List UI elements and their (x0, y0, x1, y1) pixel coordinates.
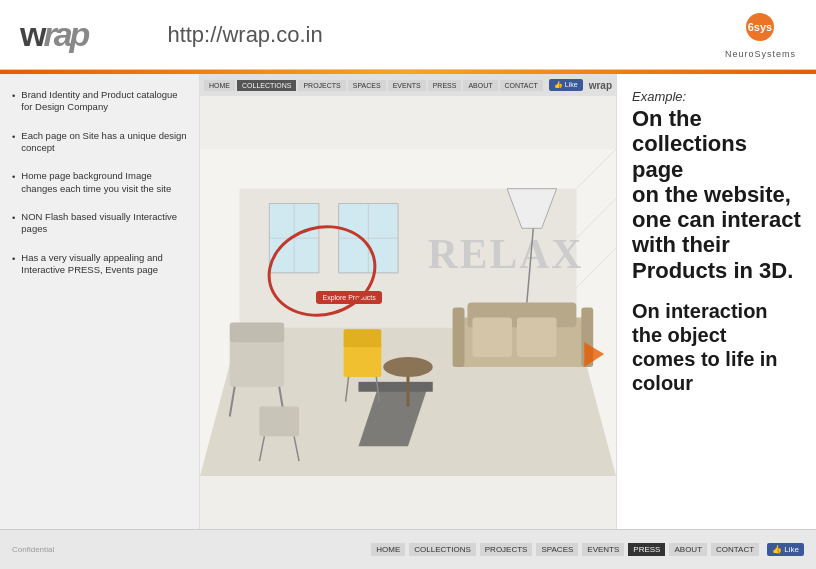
nav-press: PRESS (428, 80, 462, 91)
footer-nav-press: PRESS (628, 543, 665, 556)
footer-confidential: Confidential (12, 545, 371, 554)
nav-about: ABOUT (463, 80, 497, 91)
logo-letter-a: a (54, 15, 70, 53)
footer-like-button: 👍 Like (767, 543, 804, 556)
heading-line5: with their (632, 232, 730, 257)
sidebar: • Brand Identity and Product catalogue f… (0, 74, 200, 529)
neurosystems-icon: 6sys (735, 11, 785, 49)
nav-home: HOME (204, 80, 235, 91)
footer-nav-contact: CONTACT (711, 543, 759, 556)
bullet-3: • (12, 171, 15, 183)
footer-nav-about: ABOUT (669, 543, 707, 556)
heading-line4: one can interact (632, 207, 801, 232)
sub-heading-line2: the object (632, 324, 726, 346)
footer-nav-collections: COLLECTIONS (409, 543, 475, 556)
header: wrap http://wrap.co.in 6sys NeuroSystems (0, 0, 816, 70)
nav-like-button: 👍 Like (549, 79, 583, 91)
sidebar-text-1: Brand Identity and Product catalogue for… (21, 89, 187, 114)
svg-rect-24 (230, 322, 284, 342)
heading-line6: Products in 3D. (632, 258, 793, 283)
bullet-2: • (12, 131, 15, 143)
sidebar-text-2: Each page on Site has a unique design co… (21, 130, 187, 155)
website-mockup: HOME COLLECTIONS PROJECTS SPACES EVENTS … (200, 74, 616, 529)
footer-nav: HOME COLLECTIONS PROJECTS SPACES EVENTS … (371, 543, 804, 556)
svg-text:6sys: 6sys (748, 21, 772, 33)
main-content: • Brand Identity and Product catalogue f… (0, 74, 816, 529)
nav-spaces: SPACES (348, 80, 386, 91)
nav-contact: CONTACT (500, 80, 543, 91)
room-svg: RELAX (200, 96, 616, 529)
footer-nav-events: EVENTS (582, 543, 624, 556)
bullet-1: • (12, 90, 15, 102)
sidebar-text-5: Has a very visually appealing and Intera… (21, 252, 187, 277)
sidebar-item-5: • Has a very visually appealing and Inte… (12, 252, 187, 277)
logo-letter-r: r (43, 15, 53, 53)
sub-heading: On interaction the object comes to life … (632, 299, 801, 395)
sidebar-text-4: NON Flash based visually Interactive pag… (21, 211, 187, 236)
heading-line1: On the (632, 106, 702, 131)
svg-rect-22 (358, 382, 432, 392)
main-heading: On the collections page on the website, … (632, 106, 801, 283)
sidebar-item-3: • Home page background Image changes eac… (12, 170, 187, 195)
neurosystems-logo: 6sys NeuroSystems (725, 11, 796, 59)
room-sketch: RELAX (200, 96, 616, 529)
example-label: Example: (632, 89, 801, 104)
nav-events: EVENTS (388, 80, 426, 91)
wrap-logo: wrap (20, 15, 87, 54)
svg-rect-19 (453, 308, 465, 367)
right-panel: Example: On the collections page on the … (616, 74, 816, 529)
footer-nav-projects: PROJECTS (480, 543, 533, 556)
svg-rect-18 (517, 317, 557, 357)
footer: Confidential HOME COLLECTIONS PROJECTS S… (0, 529, 816, 569)
sidebar-text-3: Home page background Image changes each … (21, 170, 187, 195)
heading-line3: on the website, (632, 182, 791, 207)
sidebar-item-2: • Each page on Site has a unique design … (12, 130, 187, 155)
neurosystems-text: NeuroSystems (725, 49, 796, 59)
sub-heading-line4: colour (632, 372, 693, 394)
center-area: HOME COLLECTIONS PROJECTS SPACES EVENTS … (200, 74, 616, 529)
logo-letter-p: p (70, 15, 88, 53)
svg-rect-23 (230, 337, 284, 387)
sub-heading-line1: On interaction (632, 300, 768, 322)
nav-collections: COLLECTIONS (237, 80, 296, 91)
svg-rect-27 (259, 407, 299, 437)
nav-projects: PROJECTS (298, 80, 345, 91)
heading-line2: collections page (632, 131, 747, 181)
bullet-4: • (12, 212, 15, 224)
bullet-5: • (12, 253, 15, 265)
footer-nav-home: HOME (371, 543, 405, 556)
sidebar-item-4: • NON Flash based visually Interactive p… (12, 211, 187, 236)
svg-rect-30 (344, 342, 382, 377)
svg-text:RELAX: RELAX (428, 231, 584, 277)
wrap-logo-container: wrap (20, 15, 87, 54)
svg-point-34 (383, 357, 433, 377)
mockup-nav: HOME COLLECTIONS PROJECTS SPACES EVENTS … (200, 74, 616, 96)
svg-rect-31 (344, 329, 382, 347)
footer-nav-spaces: SPACES (536, 543, 578, 556)
sub-heading-line3: comes to life in (632, 348, 778, 370)
nav-wrap-logo: wrap (589, 80, 612, 91)
sidebar-item-1: • Brand Identity and Product catalogue f… (12, 89, 187, 114)
svg-rect-17 (472, 317, 512, 357)
logo-letter-w: w (20, 15, 43, 53)
header-url: http://wrap.co.in (167, 22, 322, 48)
